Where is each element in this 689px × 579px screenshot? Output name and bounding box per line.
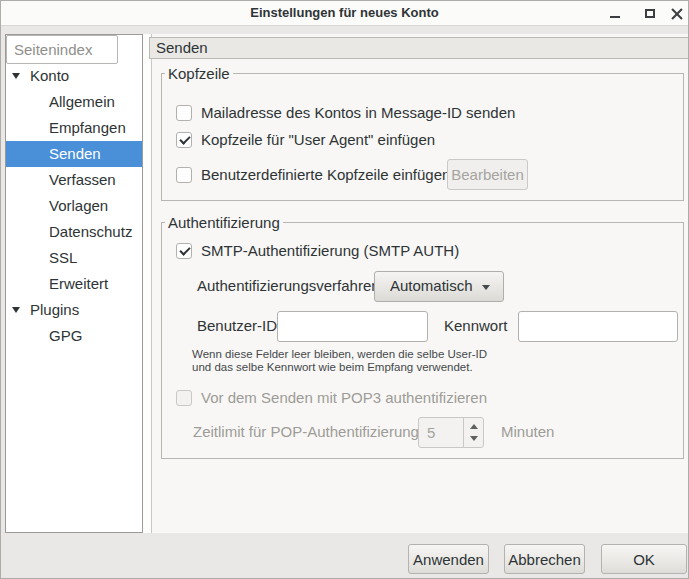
password-label: Kennwort xyxy=(444,317,507,335)
auth-hint-text: Wenn diese Felder leer bleiben, werden d… xyxy=(192,348,497,374)
sidebar-item-ssl[interactable]: SSL xyxy=(6,245,142,271)
sidebar-item-label: Verfassen xyxy=(6,167,142,193)
message-id-checkbox[interactable] xyxy=(176,105,192,121)
custom-header-checkbox[interactable] xyxy=(176,167,192,183)
pane-splitter[interactable] xyxy=(143,34,151,533)
sidebar-item-plugins[interactable]: Plugins xyxy=(6,297,142,323)
sidebar-item-gpg[interactable]: GPG xyxy=(6,323,142,349)
page-title: Senden xyxy=(149,37,689,59)
sidebar-item-label: Konto xyxy=(6,63,142,89)
spinner-buttons xyxy=(463,418,483,447)
edit-headers-button[interactable]: Bearbeiten xyxy=(447,159,528,190)
ok-button[interactable]: OK xyxy=(601,544,687,574)
ok-button-label: OK xyxy=(633,551,655,568)
sidebar-item-label: Datenschutz xyxy=(6,219,142,245)
maximize-icon xyxy=(645,9,655,18)
expander-icon[interactable] xyxy=(12,73,20,79)
sidebar-item-label: Erweitert xyxy=(6,271,142,297)
authentication-group-title: Authentifizierung xyxy=(165,214,283,231)
sidebar-item-konto[interactable]: Konto xyxy=(6,63,142,89)
pop-timeout-unit-label: Minuten xyxy=(501,423,554,441)
cancel-button-label: Abbrechen xyxy=(508,551,581,568)
sidebar-item-verfassen[interactable]: Verfassen xyxy=(6,167,142,193)
sidebar-item-senden[interactable]: Senden xyxy=(6,141,142,167)
sidebar-item-label: Plugins xyxy=(6,297,142,323)
sidebar-item-allgemein[interactable]: Allgemein xyxy=(6,89,142,115)
window-title: Einstellungen für neues Konto xyxy=(1,5,688,20)
sidebar-item-label: SSL xyxy=(6,245,142,271)
cancel-button[interactable]: Abbrechen xyxy=(504,544,585,574)
user-agent-label: Kopfzeile für "User Agent" einfügen xyxy=(201,131,435,149)
sidebar-item-label: Vorlagen xyxy=(6,193,142,219)
sidebar-item-label: Allgemein xyxy=(6,89,142,115)
smtp-auth-checkbox[interactable] xyxy=(176,243,192,259)
spinner-up-icon[interactable] xyxy=(470,424,478,429)
minimize-button[interactable] xyxy=(602,2,628,25)
pop3-before-send-checkbox[interactable] xyxy=(176,390,192,406)
user-id-input[interactable] xyxy=(277,311,428,342)
expander-icon[interactable] xyxy=(12,307,20,313)
kopfzeile-group-title: Kopfzeile xyxy=(165,65,233,82)
pop-timeout-label: Zeitlimit für POP-Authentifizierung: xyxy=(193,423,423,441)
pop3-before-send-label: Vor dem Senden mit POP3 authentifizieren xyxy=(201,389,487,407)
custom-header-label: Benutzerdefinierte Kopfzeile einfügen xyxy=(201,166,450,184)
page-index-sidebar: Konto Allgemein Empfangen Senden Verfass… xyxy=(5,34,143,533)
sidebar-item-label: Empfangen xyxy=(6,115,142,141)
pop-timeout-spinner[interactable]: 5 xyxy=(418,417,484,448)
apply-button[interactable]: Anwenden xyxy=(408,544,489,574)
sidebar-item-empfangen[interactable]: Empfangen xyxy=(6,115,142,141)
message-id-label: Mailadresse des Kontos in Message-ID sen… xyxy=(201,104,515,122)
chevron-down-icon xyxy=(482,285,490,290)
sidebar-item-erweitert[interactable]: Erweitert xyxy=(6,271,142,297)
sidebar-item-datenschutz[interactable]: Datenschutz xyxy=(6,219,142,245)
account-settings-window: Einstellungen für neues Konto Konto Allg… xyxy=(0,0,689,579)
pop-timeout-value: 5 xyxy=(427,424,435,441)
user-agent-checkbox[interactable] xyxy=(176,132,192,148)
titlebar: Einstellungen für neues Konto xyxy=(1,1,688,26)
sidebar-item-label: Senden xyxy=(6,141,142,167)
sidebar-item-vorlagen[interactable]: Vorlagen xyxy=(6,193,142,219)
close-icon xyxy=(671,8,683,20)
auth-method-dropdown[interactable]: Automatisch xyxy=(374,271,504,302)
smtp-auth-label: SMTP-Authentifizierung (SMTP AUTH) xyxy=(201,242,459,260)
edit-headers-button-label: Bearbeiten xyxy=(451,166,524,183)
maximize-button[interactable] xyxy=(637,2,663,25)
password-input[interactable] xyxy=(518,311,678,342)
sidebar-item-label: GPG xyxy=(6,323,142,349)
apply-button-label: Anwenden xyxy=(413,551,484,568)
spinner-down-icon[interactable] xyxy=(470,436,478,441)
auth-method-label: Authentifizierungsverfahren xyxy=(197,277,380,295)
close-button[interactable] xyxy=(664,2,689,25)
minimize-icon xyxy=(610,16,620,18)
page-index-filter-input[interactable] xyxy=(6,35,118,64)
user-id-label: Benutzer-ID xyxy=(197,317,277,335)
auth-method-value: Automatisch xyxy=(390,277,473,294)
